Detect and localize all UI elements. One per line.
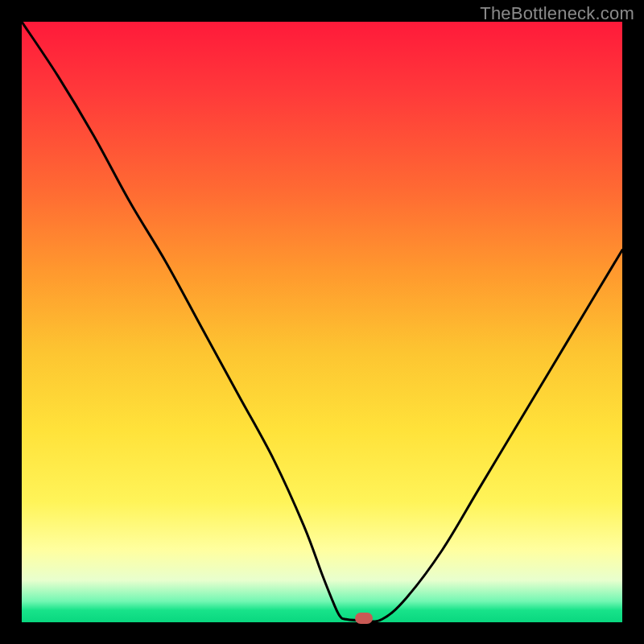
chart-frame: TheBottleneck.com — [0, 0, 644, 644]
plot-area — [22, 22, 622, 622]
optimal-marker — [355, 613, 373, 624]
curve-path — [22, 22, 622, 621]
bottleneck-curve — [22, 22, 622, 622]
